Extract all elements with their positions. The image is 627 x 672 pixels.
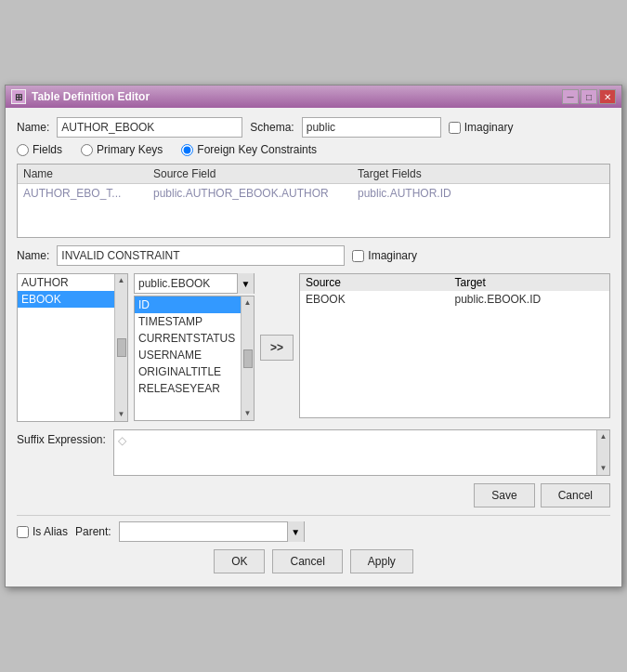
fk-table: Name Source Field Target Fields AUTHOR_E… (17, 164, 610, 238)
list-item-timestamp[interactable]: TIMESTAMP (135, 313, 241, 330)
constraint-name-label: Name: (17, 249, 49, 262)
add-mapping-button[interactable]: >> (260, 335, 294, 361)
content-area: Name: Schema: Imaginary Fields Primary K… (6, 108, 621, 586)
middle-list-box: ID TIMESTAMP CURRENTSTATUS USERNAME ORIG… (134, 296, 255, 421)
suffix-scroll-up[interactable]: ▲ (599, 432, 608, 441)
imaginary-label: Imaginary (464, 121, 514, 134)
right-list-row[interactable]: EBOOK public.EBOOK.ID (300, 291, 609, 308)
fk-constraints-radio-item: Foreign Key Constraints (181, 143, 317, 156)
parent-label: Parent: (75, 525, 111, 538)
left-scroll-thumb[interactable] (117, 338, 126, 357)
list-item-username[interactable]: USERNAME (135, 347, 241, 363)
constraint-imaginary-checkbox[interactable] (352, 250, 364, 262)
primary-keys-radio[interactable] (81, 144, 93, 156)
middle-list-section: public.EBOOK ▼ ID TIMESTAMP CURRENTSTATU… (134, 273, 255, 422)
main-window: ⊞ Table Definition Editor ─ □ ✕ Name: Sc… (5, 85, 622, 587)
save-cancel-row: Save Cancel (17, 483, 610, 507)
name-schema-row: Name: Schema: Imaginary (17, 117, 610, 138)
fk-constraints-label: Foreign Key Constraints (197, 143, 317, 156)
right-list-box: EBOOK public.EBOOK.ID (299, 291, 610, 418)
imaginary-checkbox[interactable] (449, 122, 461, 134)
left-scroll-up[interactable]: ▲ (117, 276, 126, 285)
fields-radio-item: Fields (17, 143, 62, 156)
right-target-cell: public.EBOOK.ID (455, 293, 605, 306)
dropdown-text: public.EBOOK (135, 275, 237, 292)
right-list: Source Target EBOOK public.EBOOK.ID (299, 273, 610, 422)
right-list-header: Source Target (299, 273, 610, 291)
left-scroll-down[interactable]: ▼ (117, 410, 126, 419)
right-source-header: Source (306, 276, 455, 289)
dropdown-arrow-icon[interactable]: ▼ (237, 273, 254, 294)
suffix-scroll-down[interactable]: ▼ (599, 464, 608, 473)
left-list: AUTHOR EBOOK ▲ ▼ (17, 273, 128, 422)
parent-dropdown[interactable]: ▼ (119, 521, 305, 542)
constraint-imaginary-group: Imaginary (352, 249, 417, 262)
ok-button[interactable]: OK (214, 549, 265, 573)
constraint-name-row: Name: Imaginary (17, 245, 610, 266)
title-bar-left: ⊞ Table Definition Editor (11, 89, 150, 104)
primary-keys-label: Primary Keys (97, 143, 163, 156)
list-item-originaltitle[interactable]: ORIGINALTITLE (135, 363, 241, 380)
schema-label: Schema: (250, 121, 294, 134)
col-name: Name (23, 167, 153, 180)
cancel-button[interactable]: Cancel (272, 549, 342, 573)
suffix-row: Suffix Expression: ◇ ▲ ▼ (17, 429, 610, 476)
maximize-button[interactable]: □ (581, 89, 597, 104)
window-title: Table Definition Editor (32, 90, 150, 103)
constraint-imaginary-label: Imaginary (368, 249, 417, 262)
parent-dropdown-text (120, 530, 287, 534)
fk-table-header: Name Source Field Target Fields (18, 165, 609, 184)
fk-name-cell: AUTHOR_EBO_T... (23, 187, 153, 200)
arrow-btn-container: >> (260, 273, 294, 422)
left-list-content: AUTHOR EBOOK ▲ ▼ (18, 274, 127, 421)
fields-radio[interactable] (17, 144, 29, 156)
middle-list-scrollbar[interactable]: ▲ ▼ (241, 296, 254, 420)
left-list-items: AUTHOR EBOOK (18, 274, 114, 421)
mid-section: AUTHOR EBOOK ▲ ▼ public.EBOOK ▼ (17, 273, 610, 422)
list-item-id[interactable]: ID (135, 296, 241, 313)
name-label: Name: (17, 121, 49, 134)
constraint-name-input[interactable] (57, 245, 345, 266)
close-button[interactable]: ✕ (599, 89, 616, 104)
col-target: Target Fields (358, 167, 604, 180)
suffix-area: Suffix Expression: ◇ ▲ ▼ (17, 429, 610, 476)
list-item-currentstatus[interactable]: CURRENTSTATUS (135, 330, 241, 347)
middle-scroll-thumb[interactable] (243, 349, 253, 368)
is-alias-label: Is Alias (33, 525, 68, 538)
fields-label: Fields (33, 143, 62, 156)
suffix-label: Suffix Expression: (17, 429, 106, 446)
apply-button[interactable]: Apply (350, 549, 413, 573)
col-source: Source Field (153, 167, 358, 180)
title-bar-controls: ─ □ ✕ (562, 89, 616, 104)
is-alias-checkbox[interactable] (17, 526, 29, 538)
primary-keys-radio-item: Primary Keys (81, 143, 163, 156)
is-alias-group: Is Alias (17, 525, 68, 538)
schema-input[interactable] (302, 117, 441, 138)
suffix-scrollbar[interactable]: ▲ ▼ (596, 430, 609, 475)
middle-scroll-down[interactable]: ▼ (243, 409, 253, 418)
fk-constraints-radio[interactable] (181, 144, 193, 156)
app-icon: ⊞ (11, 89, 26, 104)
parent-dropdown-arrow-icon[interactable]: ▼ (287, 521, 304, 542)
suffix-box: ◇ ▲ ▼ (113, 429, 610, 476)
imaginary-checkbox-group: Imaginary (449, 121, 514, 134)
radio-group: Fields Primary Keys Foreign Key Constrai… (17, 143, 610, 156)
separator (17, 515, 610, 516)
list-item-author[interactable]: AUTHOR (18, 274, 114, 291)
left-list-scrollbar[interactable]: ▲ ▼ (114, 274, 127, 421)
name-input[interactable] (57, 117, 242, 138)
fk-table-row[interactable]: AUTHOR_EBO_T... public.AUTHOR_EBOOK.AUTH… (18, 184, 609, 203)
suffix-placeholder: ◇ (118, 434, 126, 447)
cancel-constraint-button[interactable]: Cancel (541, 483, 610, 507)
suffix-input[interactable]: ◇ (114, 430, 596, 475)
list-item-releaseyear[interactable]: RELEASEYEAR (135, 380, 241, 397)
middle-scroll-up[interactable]: ▲ (243, 298, 253, 308)
middle-dropdown[interactable]: public.EBOOK ▼ (134, 273, 255, 294)
right-source-cell: EBOOK (306, 293, 455, 306)
save-button[interactable]: Save (474, 483, 534, 507)
list-item-ebook[interactable]: EBOOK (18, 291, 114, 308)
fk-source-cell: public.AUTHOR_EBOOK.AUTHOR (153, 187, 358, 200)
minimize-button[interactable]: ─ (562, 89, 579, 104)
final-buttons: OK Cancel Apply (17, 549, 610, 577)
fk-target-cell: public.AUTHOR.ID (358, 187, 604, 200)
